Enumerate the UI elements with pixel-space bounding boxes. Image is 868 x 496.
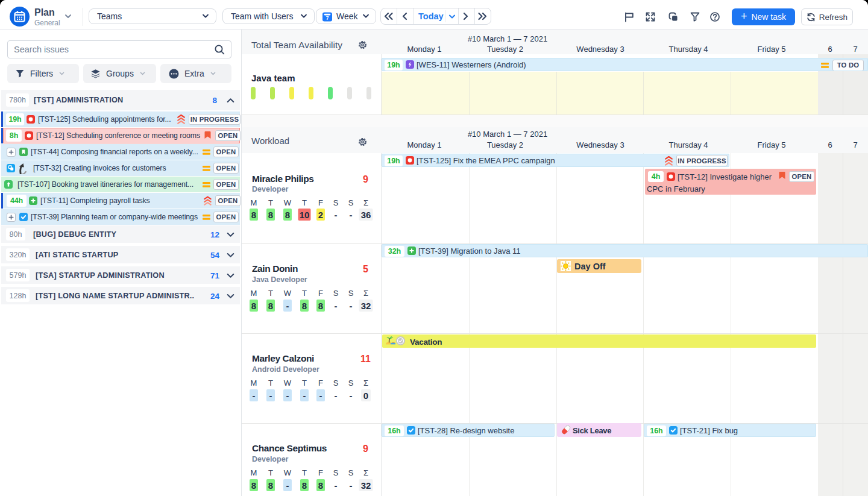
svg-text:7: 7 [326,14,329,20]
